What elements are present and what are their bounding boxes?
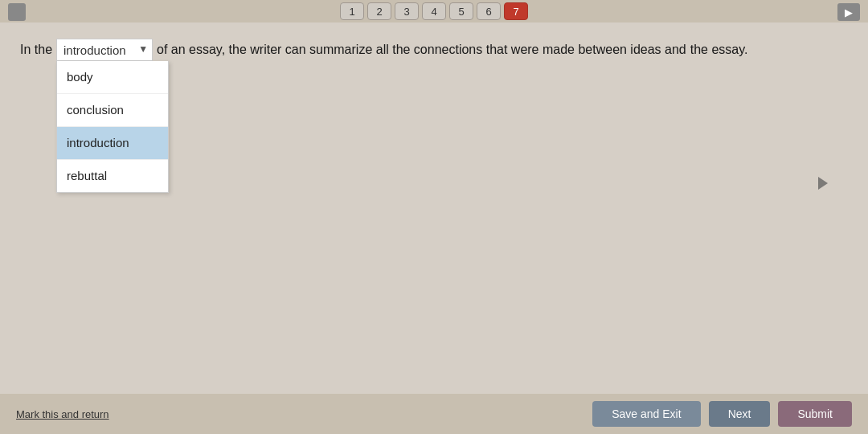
next-button[interactable]: Next <box>709 401 771 427</box>
bottom-bar: Mark this and return Save and Exit Next … <box>0 394 868 434</box>
nav-right-area: ▶ <box>837 3 860 21</box>
dropdown-item-body[interactable]: body <box>57 61 168 94</box>
dropdown-item-conclusion[interactable]: conclusion <box>57 94 168 127</box>
dropdown-item-introduction[interactable]: introduction <box>57 127 168 160</box>
question-suffix-1: of an essay, the writer can summarize al… <box>157 39 686 60</box>
page-btn-6[interactable]: 6 <box>477 2 501 20</box>
cursor-icon <box>818 177 828 190</box>
top-navigation: 1 2 3 4 5 6 7 ▶ <box>0 0 868 23</box>
save-exit-button[interactable]: Save and Exit <box>592 401 700 427</box>
page-btn-3[interactable]: 3 <box>395 2 419 20</box>
page-btn-1[interactable]: 1 <box>340 2 364 20</box>
next-arrow-button[interactable]: ▶ <box>837 3 860 21</box>
question-suffix-2: the essay. <box>690 39 748 60</box>
page-btn-4[interactable]: 4 <box>422 2 446 20</box>
question-prefix: In the <box>20 39 52 60</box>
nav-left-area <box>8 3 26 24</box>
bottom-buttons: Save and Exit Next Submit <box>592 401 852 427</box>
question-text: In the body conclusion introduction rebu… <box>20 39 848 61</box>
home-icon[interactable] <box>8 3 26 21</box>
mark-return-link[interactable]: Mark this and return <box>16 408 109 420</box>
page-btn-7[interactable]: 7 <box>504 2 528 20</box>
dropdown-wrapper[interactable]: body conclusion introduction rebuttal ▼ … <box>56 39 153 61</box>
answer-select[interactable]: body conclusion introduction rebuttal <box>56 39 153 61</box>
main-content: In the body conclusion introduction rebu… <box>0 23 868 394</box>
dropdown-item-rebuttal[interactable]: rebuttal <box>57 160 168 192</box>
dropdown-list: body conclusion introduction rebuttal <box>56 61 169 193</box>
submit-button[interactable]: Submit <box>778 401 852 427</box>
page-btn-5[interactable]: 5 <box>449 2 473 20</box>
page-btn-2[interactable]: 2 <box>367 2 391 20</box>
page-buttons: 1 2 3 4 5 6 7 <box>340 2 528 20</box>
